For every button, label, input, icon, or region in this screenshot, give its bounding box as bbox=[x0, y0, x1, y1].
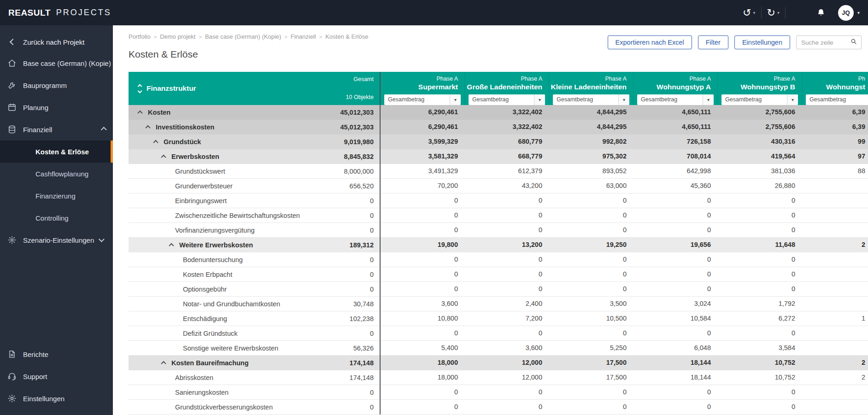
cell-value: 0 bbox=[549, 252, 633, 267]
row-total-value: 45,012,303 bbox=[340, 123, 374, 131]
sidebar-item-support[interactable]: Support bbox=[0, 365, 113, 387]
search-input[interactable] bbox=[800, 39, 847, 47]
aggregate-select[interactable]: Gesamtbetrag▾ bbox=[721, 94, 798, 105]
cell-value: 2 bbox=[802, 356, 868, 370]
row-total-value: 8,000,000 bbox=[344, 168, 374, 175]
row-total-value: 8,845,832 bbox=[344, 153, 374, 160]
undo-options-chevron-icon[interactable]: ▾ bbox=[753, 10, 755, 15]
cell-value bbox=[802, 297, 868, 311]
table-row-optionsgebuhr[interactable]: Optionsgebühr000000 bbox=[129, 282, 868, 297]
main-content: Portfolio>Demo projekt>Base case (German… bbox=[113, 25, 868, 415]
cell-value: 0 bbox=[380, 385, 464, 399]
sidebar-subitem-controlling[interactable]: Controlling bbox=[0, 207, 113, 229]
cell-value: 2 bbox=[802, 238, 868, 252]
cell-value: 5,400 bbox=[380, 341, 464, 355]
export-excel-button[interactable]: Exportieren nach Excel bbox=[608, 35, 692, 49]
cell-value: 6,39 bbox=[802, 120, 868, 134]
sidebar-item-einstellungen[interactable]: Einstellungen bbox=[0, 387, 113, 409]
cell-value: 12,000 bbox=[464, 370, 549, 385]
table-row-kosten[interactable]: Kosten45,012,3036,290,4613,322,4024,844,… bbox=[129, 105, 868, 120]
table-row-grundstuckswert[interactable]: Grundstückswert8,000,0003,491,329612,379… bbox=[129, 164, 868, 179]
collapse-row-icon[interactable] bbox=[137, 111, 142, 116]
back-to-project-button[interactable]: Zurück nach Projekt bbox=[0, 32, 113, 52]
table-row-sonstige-weitere-erwerbskosten[interactable]: Sonstige weitere Erwerbskosten56,3265,40… bbox=[129, 341, 868, 356]
breadcrumb-item-portfolio[interactable]: Portfolio bbox=[129, 33, 151, 40]
breadcrumb-item-kosten-and-erlose[interactable]: Kosten & Erlöse bbox=[325, 33, 368, 40]
redo-options-chevron-icon[interactable]: ▾ bbox=[777, 10, 780, 15]
aggregate-select[interactable]: Gesamtbetrag▾ bbox=[384, 94, 461, 105]
table-row-notar-und-grundbuchamtkosten[interactable]: Notar- und Grundbuchamtkosten30,7483,600… bbox=[129, 297, 868, 311]
cell-value: 0 bbox=[717, 326, 802, 340]
row-total-value: 0 bbox=[370, 286, 374, 293]
expand-collapse-all-icon[interactable] bbox=[138, 84, 141, 93]
cell-value: 10,752 bbox=[717, 370, 802, 385]
collapse-row-icon[interactable] bbox=[145, 125, 150, 130]
cell-value: 0 bbox=[464, 385, 549, 399]
sidebar-subitem-kosten-and-erlose[interactable]: Kosten & Erlöse bbox=[0, 140, 113, 163]
row-label-cell: Weitere Erwerbskosten189,312 bbox=[129, 238, 380, 252]
row-label: Zwischenzeitliche Bewirtschaftungskosten bbox=[175, 212, 370, 219]
aggregate-select[interactable]: Gesamtbetrag▾ bbox=[469, 94, 545, 105]
table-row-kosten-baureifmachung[interactable]: Kosten Baureifmachung174,14818,00012,000… bbox=[129, 356, 868, 370]
table-settings-button[interactable]: Einstellungen bbox=[734, 35, 790, 49]
table-row-vorfinanzierungsvergutung[interactable]: Vorfinanzierungsvergütung000000 bbox=[129, 223, 868, 238]
row-total-value: 174,148 bbox=[350, 374, 374, 381]
sidebar-item-szenario-einstellungen[interactable]: Szenario-Einstellungen bbox=[0, 229, 113, 251]
undo-icon[interactable]: ↺ bbox=[743, 8, 751, 18]
row-label: Notar- und Grundbuchamtkosten bbox=[183, 300, 353, 308]
table-row-bodenuntersuchung[interactable]: Bodenuntersuchung000000 bbox=[129, 252, 868, 267]
cell-value: 3,581,329 bbox=[380, 149, 464, 164]
avatar[interactable]: JQ bbox=[838, 5, 854, 21]
collapse-row-icon[interactable] bbox=[169, 243, 174, 248]
cell-value: 0 bbox=[717, 252, 802, 267]
cell-value: 726,158 bbox=[633, 134, 717, 149]
sidebar-item-finanziell[interactable]: Finanziell bbox=[0, 118, 113, 140]
sidebar-item-berichte[interactable]: Berichte bbox=[0, 343, 113, 365]
cell-value: 0 bbox=[633, 252, 717, 267]
breadcrumb-item-base-case-german-kopie[interactable]: Base case (German) (Kopie) bbox=[205, 33, 281, 40]
sidebar-subitem-cashflowplanung[interactable]: Cashflowplanung bbox=[0, 163, 113, 185]
aggregate-select[interactable]: Gesamtbetrag▾ bbox=[806, 94, 868, 105]
table-row-weitere-erwerbskosten[interactable]: Weitere Erwerbskosten189,31219,80013,200… bbox=[129, 238, 868, 252]
sidebar-item-bauprogramm[interactable]: Bauprogramm bbox=[0, 74, 113, 96]
cell-value: 0 bbox=[464, 326, 549, 340]
sidebar-item-planung[interactable]: Planung bbox=[0, 96, 113, 118]
table-row-abrisskosten[interactable]: Abrisskosten174,14818,00012,00017,50018,… bbox=[129, 370, 868, 385]
row-label: Kosten bbox=[148, 109, 340, 116]
user-menu-chevron-icon[interactable]: ▾ bbox=[857, 10, 860, 15]
redo-icon[interactable]: ↻ bbox=[767, 8, 775, 18]
sidebar-item-label: Berichte bbox=[23, 351, 48, 358]
table-row-defizit-grundstuck[interactable]: Defizit Gründstuck000000 bbox=[129, 326, 868, 341]
cell-value: 0 bbox=[717, 400, 802, 414]
collapse-row-icon[interactable] bbox=[153, 140, 158, 145]
home-icon bbox=[7, 58, 17, 68]
breadcrumb-item-demo-projekt[interactable]: Demo projekt bbox=[160, 33, 195, 40]
aggregate-select[interactable]: Gesamtbetrag▾ bbox=[637, 94, 714, 105]
cell-value: 3,600 bbox=[380, 297, 464, 311]
cell-value: 0 bbox=[717, 193, 802, 208]
sidebar-item-project[interactable]: Base case (German) (Kopie) bbox=[0, 52, 113, 74]
collapse-row-icon[interactable] bbox=[161, 155, 166, 160]
table-row-investitionskosten[interactable]: Investitionskosten45,012,3036,290,4613,3… bbox=[129, 120, 868, 134]
sidebar-subitem-finanzierung[interactable]: Finanzierung bbox=[0, 185, 113, 207]
table-row-zwischenzeitliche-bewirtschaftungskosten[interactable]: Zwischenzeitliche Bewirtschaftungskosten… bbox=[129, 208, 868, 223]
aggregate-select-value: Gesamtbetrag bbox=[806, 96, 868, 103]
collapse-row-icon[interactable] bbox=[161, 361, 166, 366]
table-row-grundstuckverbesserungskosten[interactable]: Grundstückverbesserungskosten000000 bbox=[129, 400, 868, 415]
sidebar-item-label: Support bbox=[23, 373, 47, 380]
row-label-cell: Erwerbskosten8,845,832 bbox=[129, 149, 380, 164]
table-row-einbringungswert[interactable]: Einbringungswert000000 bbox=[129, 193, 868, 208]
row-label-cell: Grundstückverbesserungskosten0 bbox=[129, 400, 380, 414]
filter-button[interactable]: Filter bbox=[698, 35, 728, 49]
table-row-grundstuck[interactable]: Grundstück9,019,9803,599,329680,779992,8… bbox=[129, 134, 868, 149]
cell-value: 0 bbox=[549, 400, 633, 414]
breadcrumb-item-finanziell[interactable]: Finanziell bbox=[291, 33, 316, 40]
table-row-sanierungskosten[interactable]: Sanierungskosten000000 bbox=[129, 385, 868, 400]
table-row-kosten-erbpacht[interactable]: Kosten Erbpacht000000 bbox=[129, 267, 868, 282]
notifications-bell-icon[interactable] bbox=[816, 8, 826, 18]
table-row-entschadigung[interactable]: Entschädigung102,23810,8007,20010,50010,… bbox=[129, 311, 868, 326]
finance-icon bbox=[7, 125, 17, 134]
table-row-grunderwerbsteuer[interactable]: Grunderwerbsteuer656,52070,20043,20063,0… bbox=[129, 179, 868, 193]
aggregate-select[interactable]: Gesamtbetrag▾ bbox=[553, 94, 629, 105]
table-row-erwerbskosten[interactable]: Erwerbskosten8,845,8323,581,329668,77997… bbox=[129, 149, 868, 164]
